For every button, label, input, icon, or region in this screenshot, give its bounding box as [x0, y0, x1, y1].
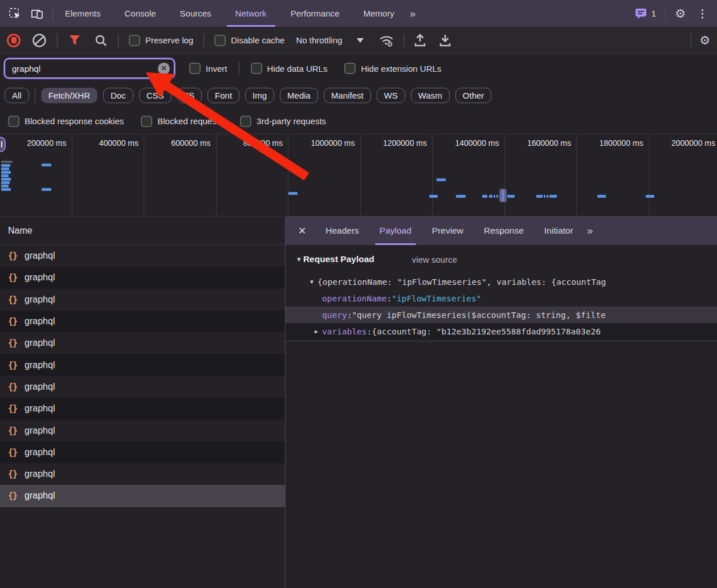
payload-tree-row[interactable]: operationName: "ipFlowTimeseries" — [286, 290, 717, 307]
expanded-triangle-icon[interactable]: ▼ — [306, 279, 317, 285]
request-row[interactable]: {}graphql — [0, 442, 285, 463]
record-network-log-button[interactable] — [7, 34, 21, 47]
type-filter-js[interactable]: JS — [177, 88, 202, 103]
timeline-column: 1400000 ms — [433, 134, 505, 216]
devtools-tab-list: ElementsConsoleSourcesNetworkPerformance… — [53, 0, 418, 27]
blocked-response-cookies-checkbox[interactable]: Blocked response cookies — [8, 116, 124, 127]
throttling-select[interactable]: No throttling — [296, 35, 364, 45]
view-source-link[interactable]: view source — [412, 255, 457, 264]
network-overview-timeline[interactable]: 200000 ms400000 ms600000 ms800000 ms1000… — [0, 134, 717, 217]
payload-tree-row[interactable]: ▼{operationName: "ipFlowTimeseries", var… — [286, 273, 717, 290]
request-row[interactable]: {}graphql — [0, 463, 285, 485]
request-row[interactable]: {}graphql — [0, 398, 285, 419]
type-filter-img[interactable]: Img — [245, 88, 274, 103]
fetch-xhr-icon: {} — [8, 295, 17, 305]
invert-checkbox[interactable]: Invert — [189, 63, 227, 74]
request-timeline-bar — [456, 195, 466, 198]
disable-cache-checkbox[interactable]: Disable cache — [214, 35, 284, 46]
import-har-icon[interactable] — [413, 33, 427, 48]
timeline-column: 800000 ms — [217, 134, 289, 216]
divider — [691, 34, 691, 47]
detail-overflow-tabs-icon[interactable]: » — [584, 224, 596, 237]
request-row[interactable]: {}graphql — [0, 267, 285, 288]
request-row[interactable]: {}graphql — [0, 289, 285, 311]
network-conditions-icon[interactable] — [378, 34, 394, 47]
request-timeline-bar — [1, 171, 11, 174]
request-row[interactable]: {}graphql — [0, 376, 285, 398]
payload-segment-plain: {accountTag: "b12e3b2192ee5588fdad995178… — [372, 327, 601, 336]
search-icon[interactable] — [94, 34, 108, 47]
name-column-header[interactable]: Name — [0, 217, 285, 245]
issues-indicator[interactable]: 1 — [635, 8, 656, 19]
request-row[interactable]: {}graphql — [0, 354, 285, 375]
request-timeline-bar — [494, 195, 495, 198]
selected-request-marker — [500, 189, 506, 202]
filter-input[interactable] — [5, 64, 174, 74]
request-timeline-bar — [1, 178, 11, 181]
third-party-requests-checkbox[interactable]: 3rd-party requests — [240, 116, 326, 127]
type-filter-all[interactable]: All — [5, 88, 29, 103]
payload-segment-key: operationName — [322, 294, 387, 303]
hide-extension-urls-label: Hide extension URLs — [361, 64, 441, 74]
tab-performance[interactable]: Performance — [279, 0, 352, 27]
detail-tab-preview[interactable]: Preview — [422, 217, 474, 245]
export-har-icon[interactable] — [438, 33, 452, 48]
request-timeline-bar — [42, 188, 51, 191]
hide-data-urls-checkbox[interactable]: Hide data URLs — [251, 63, 328, 74]
preserve-log-checkbox[interactable]: Preserve log — [129, 35, 193, 46]
timeline-column: 1200000 ms — [361, 134, 433, 216]
request-timeline-bar — [496, 195, 498, 198]
fetch-xhr-icon: {} — [8, 426, 17, 436]
type-filter-media[interactable]: Media — [280, 88, 318, 103]
type-filter-ws[interactable]: WS — [377, 88, 405, 103]
tab-network[interactable]: Network — [223, 0, 279, 27]
timeline-column: 200000 ms — [0, 134, 72, 216]
preserve-log-label: Preserve log — [145, 35, 193, 45]
request-timeline-bar — [1, 188, 11, 191]
type-filter-manifest[interactable]: Manifest — [324, 88, 371, 103]
toggle-device-toolbar-icon[interactable] — [30, 7, 44, 21]
filter-input-wrap: ✕ — [5, 59, 174, 78]
hide-extension-urls-checkbox[interactable]: Hide extension URLs — [344, 63, 441, 74]
payload-tree-row[interactable]: query: "query ipFlowTimeseries($accountT… — [286, 307, 717, 323]
clear-network-log-icon[interactable] — [32, 33, 47, 48]
type-filter-css[interactable]: CSS — [139, 88, 172, 103]
detail-tab-initiator[interactable]: Initiator — [534, 217, 584, 245]
request-name: graphql — [25, 447, 55, 458]
request-payload-section[interactable]: ▼ Request Payload — [296, 254, 374, 264]
tab-sources[interactable]: Sources — [168, 0, 223, 27]
detail-tab-payload[interactable]: Payload — [369, 217, 422, 245]
collapse-triangle-icon: ▼ — [296, 256, 302, 263]
tab-elements[interactable]: Elements — [53, 0, 113, 27]
filter-funnel-icon[interactable] — [68, 34, 82, 47]
more-tabs-icon[interactable]: » — [406, 7, 418, 20]
payload-segment-plain: : — [387, 294, 392, 303]
request-row[interactable]: {}graphql — [0, 332, 285, 354]
detail-tab-headers[interactable]: Headers — [315, 217, 369, 245]
clear-filter-icon[interactable]: ✕ — [158, 63, 170, 75]
close-detail-icon[interactable]: ✕ — [286, 217, 315, 245]
request-timeline-bar — [1, 164, 10, 167]
type-filter-other[interactable]: Other — [455, 88, 492, 103]
inspect-element-icon[interactable] — [8, 7, 22, 21]
request-row[interactable]: {}graphql — [0, 419, 285, 441]
type-filter-wasm[interactable]: Wasm — [411, 88, 450, 103]
tab-console[interactable]: Console — [113, 0, 168, 27]
type-filter-font[interactable]: Font — [207, 88, 239, 103]
type-filter-fetchxhr[interactable]: Fetch/XHR — [41, 88, 97, 103]
collapsed-triangle-icon[interactable]: ▶ — [311, 328, 322, 334]
settings-gear-icon[interactable]: ⚙ — [675, 7, 686, 19]
more-options-kebab-icon[interactable]: ⋮ — [695, 7, 710, 20]
blocked-requests-checkbox[interactable]: Blocked requests — [141, 116, 223, 127]
request-name: graphql — [25, 295, 55, 305]
payload-tree-row[interactable]: ▶variables: {accountTag: "b12e3b2192ee55… — [286, 323, 717, 340]
tab-memory[interactable]: Memory — [352, 0, 406, 27]
request-row[interactable]: {}graphql — [0, 485, 285, 507]
request-row[interactable]: {}graphql — [0, 245, 285, 267]
type-filter-doc[interactable]: Doc — [103, 88, 133, 103]
request-detail-pane: ✕ HeadersPayloadPreviewResponseInitiator… — [286, 217, 717, 588]
request-timeline-bar — [1, 174, 9, 177]
network-settings-gear-icon[interactable]: ⚙ — [699, 34, 710, 46]
request-row[interactable]: {}graphql — [0, 311, 285, 332]
detail-tab-response[interactable]: Response — [474, 217, 534, 245]
